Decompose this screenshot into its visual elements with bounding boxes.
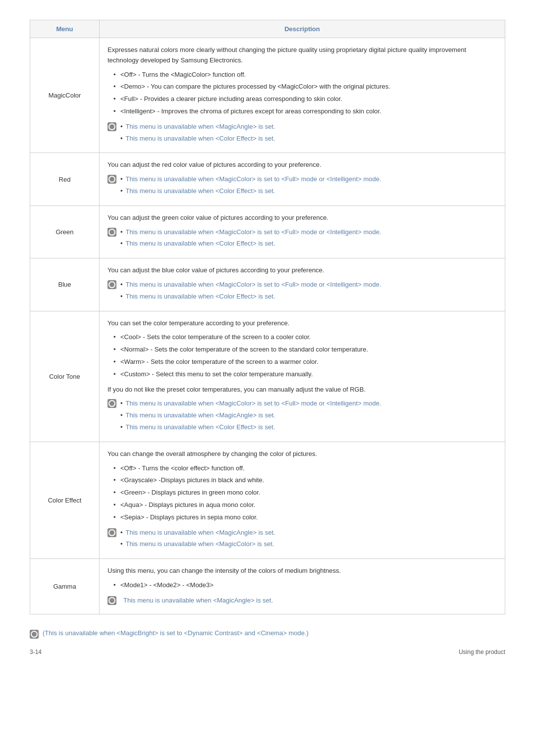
menu-cell-6: Gamma [30, 559, 100, 614]
bullet-item-5-4: <Sepia> - Displays pictures in sepia mon… [113, 511, 497, 524]
note-bullet-1-1: This menu is unavailable when <Color Eff… [120, 186, 497, 197]
bullets-6: <Mode1> - <Mode2> - <Mode3> [113, 579, 497, 592]
desc-intro-1: You can adjust the red color value of pi… [107, 160, 497, 170]
note-icon-2-0 [107, 228, 116, 237]
note-block-1: •This menu is unavailable when <MagicCol… [107, 174, 497, 197]
note-bullet-marker-2-0: • [120, 227, 123, 238]
note-block-4: •This menu is unavailable when <MagicCol… [107, 399, 497, 432]
note-bullet-marker-1-0: • [120, 174, 123, 185]
page-container: Menu Description MagicColorExpresses nat… [30, 20, 505, 655]
note-icon-3-0 [107, 280, 116, 289]
desc-extra-4: If you do not like the preset color temp… [107, 385, 497, 395]
desc-cell-5: You can change the overall atmosphere by… [100, 442, 505, 558]
note-bullet-text-2-1: This menu is unavailable when <Color Eff… [126, 239, 275, 249]
desc-intro-2: You can adjust the green color value of … [107, 213, 497, 223]
note-row-5-0: •This menu is unavailable when <MagicAng… [107, 528, 497, 538]
bullet-item-5-2: <Green> - Displays pictures in green mon… [113, 487, 497, 499]
note-block-0: •This menu is unavailable when <MagicAng… [107, 122, 497, 144]
col-header-description: Description [100, 20, 505, 38]
note-bullet-marker-4-0: • [120, 399, 123, 409]
bullet-item-6-0: <Mode1> - <Mode2> - <Mode3> [113, 579, 497, 592]
desc-intro-4: You can set the color temperature accord… [107, 318, 497, 329]
note-row-6-0: This menu is unavailable when <MagicAngl… [107, 596, 497, 605]
note-bullet-4-1: This menu is unavailable when <MagicAngl… [120, 410, 497, 421]
note-bullet-text-1-1: This menu is unavailable when <Color Eff… [126, 186, 275, 196]
col-header-menu: Menu [30, 20, 100, 38]
bullets-5: <Off> - Turns the <color effect> functio… [113, 462, 497, 524]
note-text-2-0: This menu is unavailable when <MagicColo… [126, 227, 381, 237]
note-row-2-0: •This menu is unavailable when <MagicCol… [107, 227, 497, 238]
menu-cell-3: Blue [30, 258, 100, 311]
desc-cell-3: You can adjust the blue color value of p… [100, 258, 505, 311]
menu-cell-5: Color Effect [30, 442, 100, 558]
note-block-2: •This menu is unavailable when <MagicCol… [107, 227, 497, 250]
menu-cell-4: Color Tone [30, 311, 100, 442]
note-icon-5-0 [107, 528, 116, 537]
note-block-5: •This menu is unavailable when <MagicAng… [107, 528, 497, 550]
note-bullet-2-1: This menu is unavailable when <Color Eff… [120, 239, 497, 249]
desc-cell-0: Expresses natural colors more clearly wi… [100, 38, 505, 153]
footer-note-icon [30, 630, 39, 639]
bullet-item-5-1: <Grayscale> -Displays pictures in black … [113, 474, 497, 487]
bullet-item-5-0: <Off> - Turns the <color effect> functio… [113, 462, 497, 475]
bullet-item-4-3: <Custom> - Select this menu to set the c… [113, 368, 497, 381]
desc-intro-6: Using this menu, you can change the inte… [107, 566, 497, 576]
note-text-6-0: This menu is unavailable when <MagicAngl… [123, 596, 273, 605]
note-bullet-text-4-2: This menu is unavailable when <Color Eff… [126, 422, 275, 432]
note-text-0-0: This menu is unavailable when <MagicAngl… [126, 122, 275, 132]
note-text-5-0: This menu is unavailable when <MagicAngl… [126, 528, 275, 538]
bullets-4: <Cool> - Sets the color temperature of t… [113, 331, 497, 380]
bullet-item-0-2: <Full> - Provides a clearer picture incl… [113, 93, 497, 105]
note-bullet-5-1: This menu is unavailable when <MagicColo… [120, 539, 497, 550]
note-row-3-0: •This menu is unavailable when <MagicCol… [107, 280, 497, 290]
note-icon-1-0 [107, 175, 116, 184]
note-bullet-text-4-1: This menu is unavailable when <MagicAngl… [126, 410, 275, 420]
bullet-item-4-0: <Cool> - Sets the color temperature of t… [113, 331, 497, 344]
bullet-item-0-0: <Off> - Turns the <MagicColor> function … [113, 69, 497, 81]
footer-note-area: (This is unavailable when <MagicBright> … [30, 629, 505, 639]
note-block-6: This menu is unavailable when <MagicAngl… [107, 596, 497, 605]
note-bullet-text-3-1: This menu is unavailable when <Color Eff… [126, 292, 275, 302]
menu-cell-0: MagicColor [30, 38, 100, 153]
note-icon-4-0 [107, 399, 116, 408]
main-table: Menu Description MagicColorExpresses nat… [30, 20, 505, 614]
note-bullet-3-1: This menu is unavailable when <Color Eff… [120, 292, 497, 302]
menu-cell-2: Green [30, 205, 100, 258]
desc-intro-0: Expresses natural colors more clearly wi… [107, 45, 497, 66]
note-bullet-4-2: This menu is unavailable when <Color Eff… [120, 422, 497, 433]
bullet-item-0-3: <Intelligent> - Improves the chroma of p… [113, 105, 497, 118]
note-bullet-marker-0-0: • [120, 122, 123, 132]
desc-cell-4: You can set the color temperature accord… [100, 311, 505, 442]
note-row-1-0: •This menu is unavailable when <MagicCol… [107, 174, 497, 185]
page-number: 3-14 [30, 649, 42, 655]
note-text-4-0: This menu is unavailable when <MagicColo… [126, 399, 381, 408]
note-icon-6-0 [107, 596, 116, 605]
note-row-4-0: •This menu is unavailable when <MagicCol… [107, 399, 497, 409]
note-row-0-0: •This menu is unavailable when <MagicAng… [107, 122, 497, 132]
desc-cell-1: You can adjust the red color value of pi… [100, 153, 505, 205]
note-text-3-0: This menu is unavailable when <MagicColo… [126, 280, 381, 290]
note-bullet-marker-3-0: • [120, 280, 123, 290]
note-bullet-0-1: This menu is unavailable when <Color Eff… [120, 134, 497, 144]
bullets-0: <Off> - Turns the <MagicColor> function … [113, 69, 497, 118]
note-bullet-marker-5-0: • [120, 528, 123, 538]
bullet-item-0-1: <Demo> - You can compare the pictures pr… [113, 81, 497, 93]
desc-intro-3: You can adjust the blue color value of p… [107, 265, 497, 276]
note-text-1-0: This menu is unavailable when <MagicColo… [126, 174, 381, 184]
bullet-item-4-1: <Normal> - Sets the color temperature of… [113, 344, 497, 356]
note-block-3: •This menu is unavailable when <MagicCol… [107, 280, 497, 302]
note-icon-0-0 [107, 122, 116, 131]
menu-cell-1: Red [30, 153, 100, 205]
desc-cell-2: You can adjust the green color value of … [100, 205, 505, 258]
page-label: Using the product [459, 649, 505, 655]
desc-cell-6: Using this menu, you can change the inte… [100, 559, 505, 614]
footer-note-text: (This is unavailable when <MagicBright> … [43, 629, 309, 637]
bullet-item-4-2: <Warm> - Sets the color temperature of t… [113, 356, 497, 368]
desc-intro-5: You can change the overall atmosphere by… [107, 449, 497, 459]
bullet-item-5-3: <Aqua> - Displays pictures in aqua mono … [113, 499, 497, 511]
note-bullet-text-0-1: This menu is unavailable when <Color Eff… [126, 134, 275, 144]
page-footer: 3-14 Using the product [30, 649, 505, 655]
note-bullet-text-5-1: This menu is unavailable when <MagicColo… [126, 539, 274, 549]
